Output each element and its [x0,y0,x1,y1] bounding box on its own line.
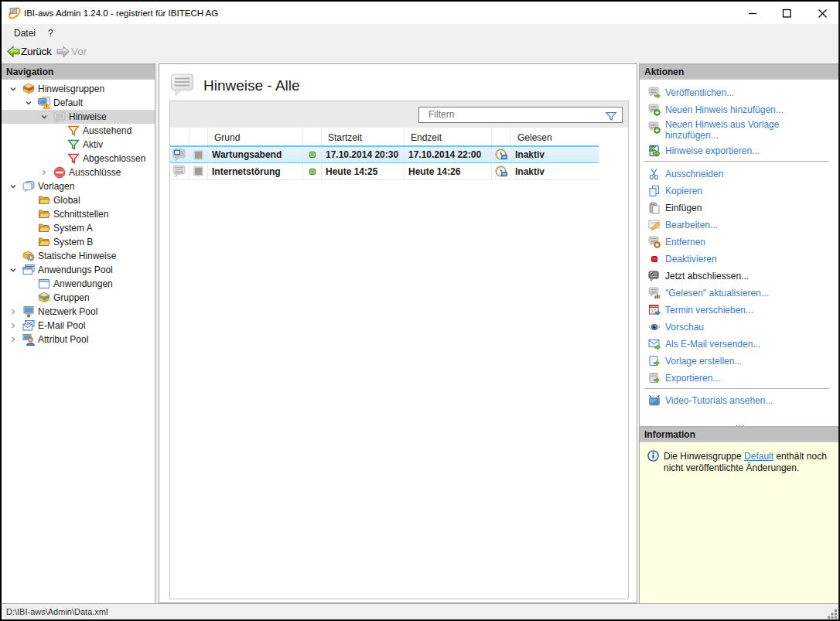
svg-text:17: 17 [651,309,656,313]
